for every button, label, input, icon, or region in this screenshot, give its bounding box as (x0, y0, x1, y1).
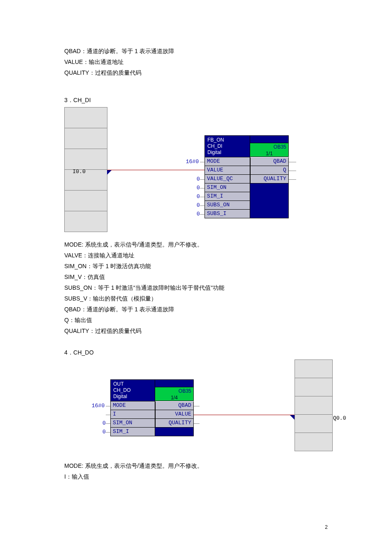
stub-mode (200, 162, 205, 162)
stub-mode-2 (106, 406, 110, 406)
fb-out-quality: QUALITY (250, 175, 289, 183)
sect3-desc-1: MODE: 系统生成，表示信号/通道类型。用户不修改。 (64, 239, 328, 250)
fb-in-subs-i: SUBS_I (205, 210, 250, 218)
intro-line-2: VALUE：输出通道地址 (64, 56, 328, 67)
stub-out-quality (289, 179, 296, 180)
intro-line-1: QBAD：通道的诊断。等于 1 表示通道故障 (64, 46, 328, 56)
sect3-desc-8: Q：输出值 (64, 315, 328, 325)
sect3-desc-9: QUALITY：过程值的质量代码 (64, 325, 328, 336)
fb-in-subs-on: SUBS_ON (205, 201, 250, 210)
fb-in-value-qc: VALUE_QC (205, 175, 250, 183)
fb-out-qbad: QBAD (250, 157, 289, 166)
rung-address-label: I0.0 (73, 169, 85, 175)
in-val-mode: 16#0 (186, 159, 199, 165)
fb-header-line3: Digital (207, 149, 247, 156)
wire-value-out (194, 415, 295, 415)
stub-subs-i (200, 214, 205, 215)
fb-status-ob: OB35 (252, 144, 286, 150)
fb-header-line1: FB_ON (207, 137, 247, 143)
stub-out-qbad-2 (194, 406, 200, 406)
rung-left (64, 107, 107, 232)
sect3-desc-2: VALVE：连接输入通道地址 (64, 250, 328, 261)
sect3-desc-7: QBAD：通道的诊断。等于 1 表示通道故障 (64, 304, 328, 315)
fb-header-line2: CH_DI (207, 143, 247, 149)
sect4-desc-2: I：输入值 (64, 471, 328, 482)
fb2-status: OB35 1/4 (155, 387, 194, 401)
stub-sim-on-2 (106, 423, 110, 424)
sect4-desc-1: MODE: 系统生成，表示信号/通道类型。用户不修改。 (64, 460, 328, 471)
page-number: 2 (325, 524, 328, 530)
in-val-subs-on: 0 (197, 202, 200, 208)
stub-subs-on (200, 205, 205, 206)
sect3-desc-6: SUBS_V：输出的替代值（模拟量） (64, 293, 328, 304)
fb2-in-mode: MODE (110, 401, 155, 410)
in-val-sim-on-2: 0 (102, 420, 106, 426)
rung-tie-marker (107, 170, 112, 175)
fb-status: OB35 1/1 (250, 143, 289, 157)
stub-value-qc (200, 179, 205, 180)
fb2-in-sim-on: SIM_ON (110, 419, 155, 428)
fb2-status-ob: OB35 (157, 388, 191, 394)
function-block-ch-di: FB_ON CH_DI Digital OB35 1/1 MODE VALUE … (205, 135, 289, 218)
sect3-desc-4: SIM_V：仿真值 (64, 271, 328, 282)
diagram-ch-di: I0.0 16#0 0 0 0 0 0 FB_ON CH_DI Digital (64, 107, 328, 236)
fb2-header-line3: Digital (113, 394, 152, 400)
fb-in-sim-i: SIM_I (205, 192, 250, 201)
intro-line-3: QUALITY：过程值的质量代码 (64, 67, 328, 78)
stub-sim-i-2 (106, 432, 110, 433)
rung-right (295, 359, 333, 451)
fb-out-q: Q (250, 166, 289, 175)
stub-sim-on (200, 188, 205, 188)
in-val-subs-i: 0 (197, 211, 200, 217)
sect3-desc-3: SIM_ON：等于 1 时激活仿真功能 (64, 261, 328, 271)
fb2-header-line1: OUT (113, 381, 152, 387)
fb2-header-line2: CH_DO (113, 387, 152, 394)
in-val-value-qc: 0 (197, 176, 200, 182)
fb-in-value: VALUE (205, 166, 250, 175)
sect3-desc-5: SUBS_ON：等于 1 时激活“当通道故障时输出等于替代值“功能 (64, 282, 328, 293)
stub-out-q (289, 171, 296, 171)
function-block-ch-do: OUT CH_DO Digital OB35 1/4 MODE I SIM_ON (110, 379, 194, 436)
rung-tie-marker-r (290, 415, 295, 420)
rung-address-label-r: Q0.0 (333, 415, 346, 421)
section-4-title: 4．CH_DO (64, 347, 328, 358)
fb2-out-value: VALUE (155, 410, 194, 419)
fb-status-ratio: 1/1 (252, 150, 286, 157)
fb2-in-i: I (110, 410, 155, 419)
fb2-status-ratio: 1/4 (157, 394, 191, 401)
wire-value-in (107, 170, 205, 170)
stub-i-2 (106, 415, 110, 415)
stub-out-quality-2 (194, 423, 200, 424)
stub-out-qbad (289, 162, 296, 162)
fb-in-sim-on: SIM_ON (205, 183, 250, 192)
stub-sim-i (200, 197, 205, 197)
fb2-in-sim-i: SIM_I (110, 428, 155, 436)
fb2-out-quality: QUALITY (155, 419, 194, 428)
section-3-title: 3．CH_DI (64, 95, 328, 105)
in-val-mode-2: 16#0 (92, 403, 105, 409)
diagram-ch-do: Q0.0 16#0 0 0 OUT CH_DO Digital (61, 359, 328, 457)
in-val-sim-i-2: 0 (102, 429, 106, 435)
in-val-sim-on: 0 (197, 185, 200, 191)
fb-in-mode: MODE (205, 157, 250, 166)
in-val-sim-i: 0 (197, 193, 200, 200)
fb2-out-qbad: QBAD (155, 401, 194, 410)
